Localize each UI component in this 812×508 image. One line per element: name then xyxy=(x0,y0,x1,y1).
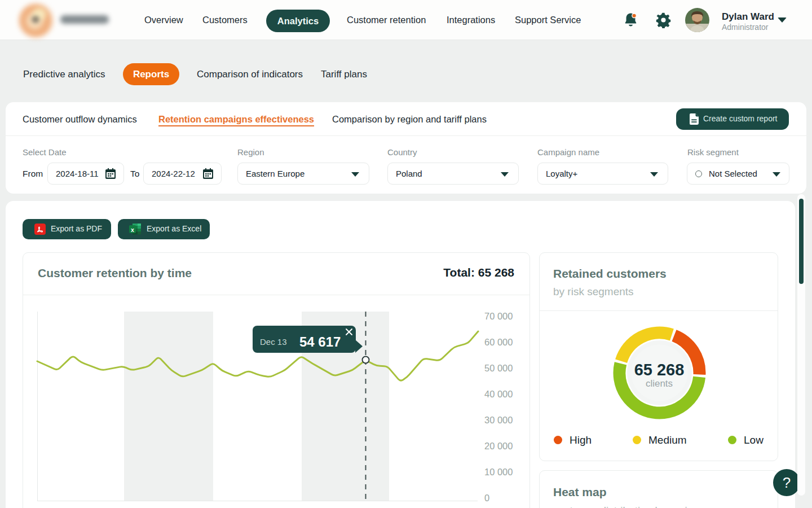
svg-text:Dec 13: Dec 13 xyxy=(260,337,287,347)
svg-text:40 000: 40 000 xyxy=(484,389,513,399)
svg-text:70 000: 70 000 xyxy=(484,311,513,321)
svg-text:x: x xyxy=(131,226,134,233)
svg-text:50 000: 50 000 xyxy=(484,363,513,373)
svg-text:0: 0 xyxy=(484,493,489,503)
svg-text:54 617: 54 617 xyxy=(299,334,341,349)
svg-text:10 000: 10 000 xyxy=(484,467,513,477)
svg-text:30 000: 30 000 xyxy=(484,415,513,425)
svg-text:60 000: 60 000 xyxy=(484,337,513,347)
svg-text:20 000: 20 000 xyxy=(484,441,513,451)
